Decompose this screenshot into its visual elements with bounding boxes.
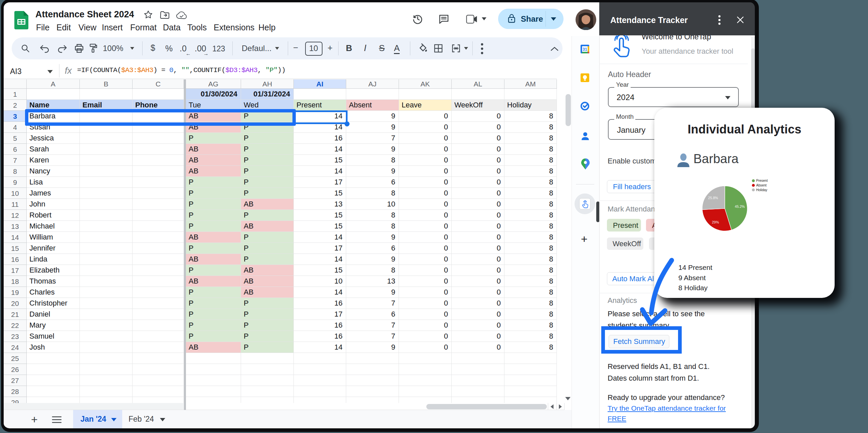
svg-text:Present: Present [756, 179, 768, 182]
svg-text:25.8%: 25.8% [708, 196, 718, 200]
svg-text:Absent: Absent [756, 184, 767, 187]
svg-text:29%: 29% [712, 220, 719, 224]
svg-text:Holiday: Holiday [756, 188, 767, 192]
svg-text:45.2%: 45.2% [735, 204, 745, 208]
